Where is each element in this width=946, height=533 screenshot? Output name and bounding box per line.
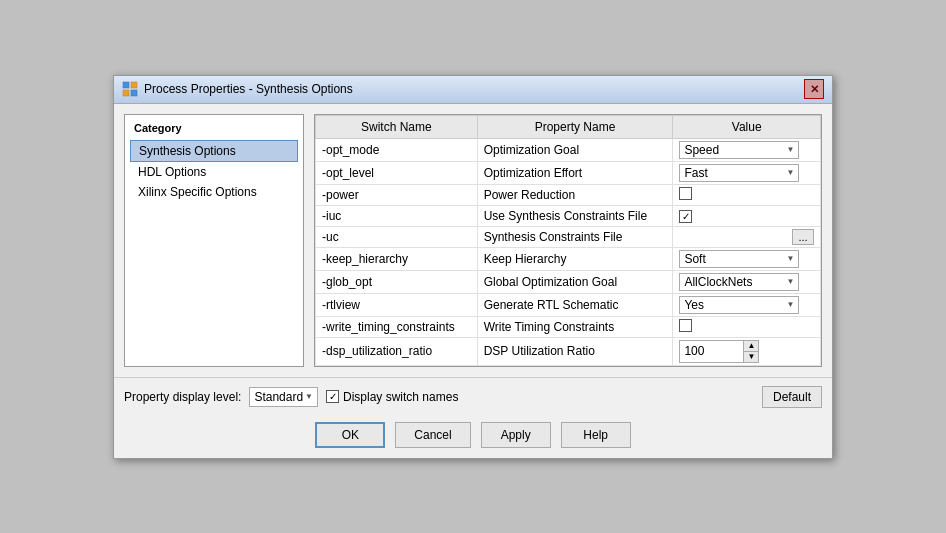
level-select[interactable]: Standard ▼: [249, 387, 318, 407]
table-row: -opt_modeOptimization GoalSpeed▼: [316, 138, 821, 161]
property-cell: Keep Hierarchy: [477, 247, 673, 270]
property-display-label: Property display level:: [124, 390, 241, 404]
sidebar-item-hdl-options[interactable]: HDL Options: [130, 162, 298, 182]
svg-rect-3: [131, 90, 137, 96]
browse-field: ...: [679, 229, 814, 245]
switch-cell: -power: [316, 184, 478, 205]
checkbox-field[interactable]: [679, 187, 692, 200]
table-row: -ucSynthesis Constraints File...: [316, 226, 821, 247]
property-cell: Optimization Effort: [477, 161, 673, 184]
switch-cell: -write_timing_constraints: [316, 316, 478, 337]
sidebar: Category Synthesis Options HDL Options X…: [124, 114, 304, 367]
switch-cell: -opt_mode: [316, 138, 478, 161]
value-cell[interactable]: [673, 316, 821, 337]
dropdown-arrow-icon: ▼: [786, 145, 794, 154]
dropdown-field[interactable]: Speed▼: [679, 141, 799, 159]
svg-rect-0: [123, 82, 129, 88]
switch-cell: -dsp_utilization_ratio: [316, 337, 478, 365]
property-cell: Generate RTL Schematic: [477, 293, 673, 316]
apply-button[interactable]: Apply: [481, 422, 551, 448]
spin-up-button[interactable]: ▲: [744, 341, 758, 352]
dropdown-field[interactable]: Soft▼: [679, 250, 799, 268]
bottom-bar: Property display level: Standard ▼ Displ…: [114, 377, 832, 416]
dropdown-arrow-icon: ▼: [786, 254, 794, 263]
title-bar: Process Properties - Synthesis Options ✕: [114, 76, 832, 104]
dialog-body: Category Synthesis Options HDL Options X…: [114, 104, 832, 377]
buttons-row: OK Cancel Apply Help: [114, 416, 832, 458]
value-cell[interactable]: Speed▼: [673, 138, 821, 161]
col-property-name: Property Name: [477, 115, 673, 138]
table-row: -dsp_utilization_ratioDSP Utilization Ra…: [316, 337, 821, 365]
level-value: Standard: [254, 390, 303, 404]
value-cell[interactable]: AllClockNets▼: [673, 270, 821, 293]
svg-rect-2: [123, 90, 129, 96]
dropdown-value-text: Fast: [684, 166, 707, 180]
property-cell: Optimization Goal: [477, 138, 673, 161]
property-cell: Synthesis Constraints File: [477, 226, 673, 247]
process-properties-dialog: Process Properties - Synthesis Options ✕…: [113, 75, 833, 459]
cancel-button[interactable]: Cancel: [395, 422, 470, 448]
dropdown-arrow-icon: ▼: [786, 168, 794, 177]
table-row: -write_timing_constraintsWrite Timing Co…: [316, 316, 821, 337]
properties-table-container: Switch Name Property Name Value -opt_mod…: [314, 114, 822, 367]
switch-cell: -rtlview: [316, 293, 478, 316]
dialog-title: Process Properties - Synthesis Options: [144, 82, 353, 96]
dropdown-field[interactable]: AllClockNets▼: [679, 273, 799, 291]
spinner-buttons: ▲▼: [743, 341, 758, 362]
table-row: -glob_optGlobal Optimization GoalAllCloc…: [316, 270, 821, 293]
switch-cell: -uc: [316, 226, 478, 247]
col-switch-name: Switch Name: [316, 115, 478, 138]
title-bar-left: Process Properties - Synthesis Options: [122, 81, 353, 97]
dropdown-value-text: Speed: [684, 143, 719, 157]
checkbox-field[interactable]: [679, 210, 692, 223]
property-cell: Power Reduction: [477, 184, 673, 205]
spin-down-button[interactable]: ▼: [744, 352, 758, 362]
table-row: -powerPower Reduction: [316, 184, 821, 205]
value-cell[interactable]: [673, 205, 821, 226]
value-cell[interactable]: Soft▼: [673, 247, 821, 270]
main-panel: Switch Name Property Name Value -opt_mod…: [314, 114, 822, 367]
table-row: -iucUse Synthesis Constraints File: [316, 205, 821, 226]
table-row: -opt_levelOptimization EffortFast▼: [316, 161, 821, 184]
dropdown-field[interactable]: Fast▼: [679, 164, 799, 182]
display-switch-label: Display switch names: [343, 390, 458, 404]
value-cell[interactable]: Yes▼: [673, 293, 821, 316]
sidebar-item-xilinx-options[interactable]: Xilinx Specific Options: [130, 182, 298, 202]
close-button[interactable]: ✕: [804, 79, 824, 99]
display-switch-checkbox[interactable]: [326, 390, 339, 403]
display-switch-checkbox-group[interactable]: Display switch names: [326, 390, 458, 404]
property-cell: Write Timing Constraints: [477, 316, 673, 337]
spinner-field[interactable]: ▲▼: [679, 340, 759, 363]
spinner-input[interactable]: [680, 343, 743, 359]
svg-rect-1: [131, 82, 137, 88]
level-dropdown-arrow: ▼: [305, 392, 313, 401]
value-cell[interactable]: [673, 184, 821, 205]
switch-cell: -iuc: [316, 205, 478, 226]
ok-button[interactable]: OK: [315, 422, 385, 448]
browse-button[interactable]: ...: [792, 229, 814, 245]
default-button[interactable]: Default: [762, 386, 822, 408]
sidebar-item-synthesis-options[interactable]: Synthesis Options: [130, 140, 298, 162]
properties-table: Switch Name Property Name Value -opt_mod…: [315, 115, 821, 366]
dropdown-value-text: AllClockNets: [684, 275, 752, 289]
value-cell[interactable]: ...: [673, 226, 821, 247]
dropdown-value-text: Yes: [684, 298, 704, 312]
switch-cell: -glob_opt: [316, 270, 478, 293]
property-cell: Global Optimization Goal: [477, 270, 673, 293]
dropdown-value-text: Soft: [684, 252, 705, 266]
category-label: Category: [130, 120, 298, 136]
dropdown-arrow-icon: ▼: [786, 300, 794, 309]
property-cell: DSP Utilization Ratio: [477, 337, 673, 365]
property-cell: Use Synthesis Constraints File: [477, 205, 673, 226]
switch-cell: -keep_hierarchy: [316, 247, 478, 270]
dropdown-arrow-icon: ▼: [786, 277, 794, 286]
col-value: Value: [673, 115, 821, 138]
value-cell[interactable]: Fast▼: [673, 161, 821, 184]
dialog-icon: [122, 81, 138, 97]
checkbox-field[interactable]: [679, 319, 692, 332]
table-row: -rtlviewGenerate RTL SchematicYes▼: [316, 293, 821, 316]
value-cell[interactable]: ▲▼: [673, 337, 821, 365]
dropdown-field[interactable]: Yes▼: [679, 296, 799, 314]
help-button[interactable]: Help: [561, 422, 631, 448]
switch-cell: -opt_level: [316, 161, 478, 184]
